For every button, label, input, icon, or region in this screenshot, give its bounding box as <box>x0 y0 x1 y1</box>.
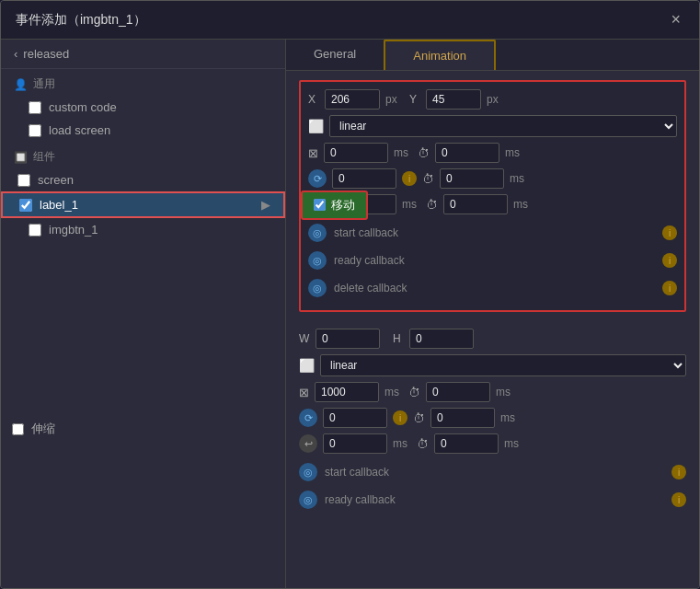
shrink-start-cb-icon: ◎ <box>299 463 317 481</box>
delete-callback-row: ◎ delete callback i <box>308 275 677 301</box>
y-unit: px <box>487 93 505 106</box>
shrink-ready-callback-text: ready callback <box>325 493 664 506</box>
start-cb-icon: ◎ <box>308 224 327 242</box>
custom-code-checkbox[interactable] <box>29 101 41 114</box>
wh-row: W H <box>299 329 686 349</box>
shrink-start-callback-row: ◎ start callback i <box>299 459 686 485</box>
ready-cb-icon: ◎ <box>308 251 327 270</box>
shrink-r3-val2[interactable] <box>430 408 495 428</box>
tab-general[interactable]: General <box>286 40 384 70</box>
y-input[interactable] <box>426 89 481 110</box>
easing-row: ⬜ linear ease-in ease-out <box>308 115 677 137</box>
shrink-r3-info-icon: i <box>393 410 407 425</box>
r4-clock-icon: ⏱ <box>426 198 438 212</box>
tab-animation-label: Animation <box>413 49 466 63</box>
load-screen-checkbox[interactable] <box>29 124 41 137</box>
label1-checkbox[interactable] <box>19 199 32 212</box>
shrink-badge[interactable]: 伸缩 <box>1 416 66 442</box>
user-icon: 👤 <box>14 78 28 91</box>
shrink-r4-clock-icon: ⏱ <box>417 437 429 451</box>
delete-cb-info-icon[interactable]: i <box>662 281 677 295</box>
start-callback-row: ◎ start callback i <box>308 220 677 246</box>
back-arrow-icon: ‹ <box>14 47 17 61</box>
shrink-delay-icon: ⊠ <box>299 386 309 399</box>
label1-label: label_1 <box>40 198 78 212</box>
move-checkbox[interactable] <box>314 199 326 211</box>
delete-callback-text: delete callback <box>334 282 655 294</box>
title-bar: 事件添加（imgbtn_1） × <box>1 1 699 40</box>
shrink-row4: ↩ ms ⏱ ms <box>299 433 686 454</box>
easing-icon: ⬜ <box>308 119 324 133</box>
row3: ⟳ i ⏱ ms <box>308 168 677 189</box>
move-label: 移动 <box>331 197 355 214</box>
clock-icon: ⏱ <box>418 146 430 160</box>
ready-callback-row: ◎ ready callback i <box>308 248 677 273</box>
ready-cb-info-icon[interactable]: i <box>662 253 677 268</box>
shrink-section: W H ⬜ linear ease-in ease-out <box>299 325 686 518</box>
w-input[interactable] <box>316 329 380 349</box>
tab-animation[interactable]: Animation <box>384 40 496 70</box>
r3-val2[interactable] <box>440 168 504 189</box>
delete-cb-icon: ◎ <box>308 279 327 297</box>
shrink-easing-row: ⬜ linear ease-in ease-out <box>299 354 686 376</box>
time-input[interactable] <box>435 143 499 163</box>
shrink-r4-unit1: ms <box>393 437 411 450</box>
r4-val2[interactable] <box>443 194 508 214</box>
ready-callback-text: ready callback <box>334 254 655 267</box>
start-callback-text: start callback <box>334 226 655 239</box>
r3-clock-icon: ⏱ <box>422 172 434 186</box>
shrink-start-callback-text: start callback <box>325 466 664 479</box>
move-badge[interactable]: 移动 <box>301 191 368 220</box>
imgbtn1-checkbox[interactable] <box>29 224 41 237</box>
easing-select[interactable]: linear ease-in ease-out <box>329 115 677 137</box>
r4-unit1: ms <box>402 198 420 211</box>
tabs-bar: General Animation <box>286 40 699 71</box>
right-panel: General Animation X px Y px <box>286 40 699 588</box>
shrink-delay-unit: ms <box>384 386 403 398</box>
shrink-checkbox[interactable] <box>12 423 24 435</box>
shrink-time-input[interactable] <box>426 382 490 402</box>
time-unit: ms <box>505 146 523 159</box>
h-label: H <box>393 332 404 345</box>
x-input[interactable] <box>325 89 380 110</box>
dialog-title: 事件添加（imgbtn_1） <box>16 12 146 29</box>
shrink-ready-cb-info-icon[interactable]: i <box>671 492 686 507</box>
shrink-start-cb-info-icon[interactable]: i <box>671 465 686 479</box>
r3-info-icon: i <box>402 171 417 186</box>
screen-checkbox[interactable] <box>17 174 30 187</box>
delay-input[interactable] <box>324 143 388 163</box>
imgbtn1-item[interactable]: imgbtn_1 <box>1 218 285 241</box>
xy-row: X px Y px <box>308 89 677 110</box>
shrink-clock-icon: ⏱ <box>408 386 420 399</box>
r3-val1[interactable] <box>332 168 396 189</box>
imgbtn1-label: imgbtn_1 <box>49 223 98 237</box>
custom-code-row[interactable]: custom code <box>1 96 285 119</box>
label1-item[interactable]: label_1 ▶ <box>1 191 285 218</box>
x-label: X <box>308 93 319 106</box>
load-screen-row[interactable]: load screen <box>1 119 285 142</box>
shrink-ready-cb-icon: ◎ <box>299 491 317 509</box>
r3-unit2: ms <box>510 172 528 185</box>
shrink-r4-val2[interactable] <box>434 433 499 454</box>
screen-item[interactable]: screen <box>1 168 285 191</box>
shrink-r3-unit2: ms <box>500 411 519 424</box>
shrink-delay-row: ⊠ ms ⏱ ms <box>299 382 686 402</box>
shrink-delay-input[interactable] <box>315 382 379 402</box>
load-screen-label: load screen <box>49 123 110 137</box>
start-cb-info-icon[interactable]: i <box>662 225 677 240</box>
shrink-r4-val1[interactable] <box>323 433 387 454</box>
shrink-easing-select[interactable]: linear ease-in ease-out <box>320 354 686 376</box>
delay-row: ⊠ ms ⏱ ms <box>308 143 677 163</box>
shrink-label: 伸缩 <box>31 421 55 437</box>
close-button[interactable]: × <box>667 10 684 29</box>
section-component-header: 🔲 组件 <box>1 142 285 168</box>
y-label: Y <box>409 93 420 106</box>
h-input[interactable] <box>409 329 474 349</box>
shrink-time-unit: ms <box>496 386 514 398</box>
shrink-r3-val1[interactable] <box>323 408 387 428</box>
tree-arrow-icon: ▶ <box>261 198 270 212</box>
back-nav[interactable]: ‹ released <box>1 40 285 69</box>
repeat-icon: ⟳ <box>308 169 327 188</box>
r4-unit2: ms <box>513 198 532 211</box>
back-label: released <box>23 47 69 61</box>
